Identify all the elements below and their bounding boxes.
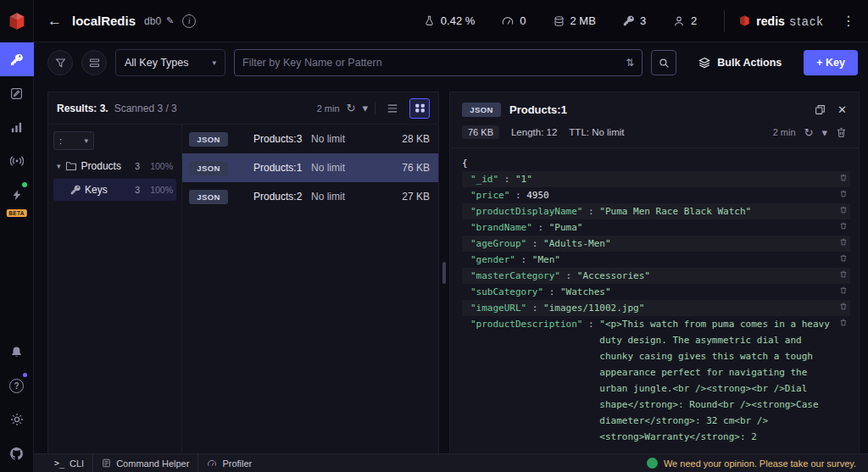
- delete-field-icon[interactable]: [838, 252, 849, 262]
- command-helper-button[interactable]: Command Helper: [92, 454, 198, 472]
- delete-field-icon[interactable]: [838, 203, 849, 214]
- nav-workbench[interactable]: [0, 76, 34, 110]
- delete-field-icon[interactable]: [838, 187, 849, 197]
- delimiter-select[interactable]: : ▾: [53, 131, 94, 150]
- chevron-down-icon: ▾: [84, 136, 88, 145]
- delete-field-icon[interactable]: [838, 300, 849, 310]
- json-key: "gender": [470, 252, 515, 268]
- refresh-options-caret-icon[interactable]: ▾: [362, 103, 368, 114]
- json-key: "subCategory": [470, 284, 543, 300]
- content-area: Results: 3. Scanned 3 / 3 2 min ↻ ▾: [34, 83, 868, 453]
- metric-memory-value: 2 MB: [570, 14, 596, 27]
- delete-field-icon[interactable]: [838, 219, 849, 230]
- json-colon: :: [509, 187, 526, 203]
- github-link[interactable]: [0, 436, 34, 470]
- scan-more-icon[interactable]: ⇅: [626, 57, 634, 69]
- key-search-input[interactable]: [242, 57, 619, 69]
- json-viewer: { "_id" : "1" "price" : 4950 "productDis…: [450, 148, 859, 453]
- json-field-row[interactable]: "brandName" : "Puma": [462, 219, 850, 236]
- cli-button[interactable]: >_ CLI: [46, 454, 92, 472]
- nav-analytics[interactable]: [0, 110, 34, 144]
- details-meta: 76 KB Length: 12 TTL: No limit 2 min ↻ ▾: [450, 122, 859, 148]
- json-field-row[interactable]: "_id" : "1": [462, 171, 850, 187]
- json-field-row[interactable]: "masterCategory" : "Accessories": [462, 268, 850, 284]
- details-meta-actions: 2 min ↻ ▾: [773, 127, 847, 138]
- tree-folder-count: 3: [135, 161, 140, 171]
- metric-commands: 0: [488, 14, 539, 27]
- brand-redis-label: redis: [756, 14, 784, 28]
- json-rows: "_id" : "1" "price" : 4950 "productDispl…: [462, 171, 850, 445]
- json-value: "1": [515, 171, 830, 187]
- metric-keys: 3: [609, 14, 659, 27]
- json-value: "images/11002.jpg": [543, 300, 830, 316]
- analytics-icon: [10, 121, 23, 134]
- nav-pubsub[interactable]: [0, 144, 34, 178]
- json-value: "Accessories": [577, 268, 830, 284]
- json-field-row[interactable]: "price" : 4950: [462, 187, 850, 203]
- tree-leaf-keys[interactable]: Keys 3 100%: [53, 179, 176, 201]
- overflow-menu-icon[interactable]: ⋮: [839, 13, 858, 29]
- search-button[interactable]: [651, 50, 676, 75]
- tree-view-icon: [415, 103, 426, 114]
- refresh-options-caret-icon[interactable]: ▾: [821, 127, 827, 138]
- key-name: Products:1: [235, 162, 304, 174]
- back-button[interactable]: ←: [46, 13, 64, 30]
- delete-field-icon[interactable]: [838, 236, 849, 246]
- json-field-row[interactable]: "ageGroup" : "Adults-Men": [462, 236, 850, 252]
- edit-db-icon[interactable]: ✎: [166, 15, 174, 26]
- list-view-toggle[interactable]: [382, 98, 403, 119]
- delete-field-icon[interactable]: [838, 316, 849, 326]
- refresh-icon[interactable]: ↻: [804, 127, 814, 138]
- json-field-row[interactable]: "subCategory" : "Watches": [462, 284, 850, 300]
- json-field-row[interactable]: "productDisplayName" : "Puma Men Race Bl…: [462, 203, 850, 219]
- delete-field-icon[interactable]: [838, 268, 849, 278]
- tree-folder-products[interactable]: ▾ Products 3 100%: [53, 155, 176, 177]
- nav-triggers-functions[interactable]: BETA: [0, 178, 34, 219]
- delete-field-icon[interactable]: [838, 284, 849, 294]
- json-field-row[interactable]: "imageURL" : "images/11002.jpg": [462, 300, 850, 316]
- refresh-icon[interactable]: ↻: [347, 103, 356, 114]
- nav-notifications[interactable]: [0, 335, 34, 369]
- status-bar: >_ CLI Command Helper Profiler We need y…: [34, 453, 868, 472]
- search-values-button[interactable]: [81, 50, 107, 75]
- json-key: "imageURL": [470, 300, 526, 316]
- panel-resize-handle[interactable]: [439, 92, 449, 453]
- redisinsight-app: BETA ? ← localRedis db0 ✎ i: [0, 0, 868, 472]
- fullscreen-icon[interactable]: [815, 104, 826, 115]
- key-name-title: Products:1: [509, 103, 567, 116]
- key-list-row[interactable]: JSON Products:3 No limit 28 KB: [182, 125, 438, 153]
- browser-header-actions: 2 min ↻ ▾: [317, 98, 430, 119]
- key-icon: [70, 185, 81, 195]
- profiler-icon: [207, 458, 217, 469]
- key-list-row-selected[interactable]: JSON Products:1 No limit 76 KB: [182, 153, 438, 182]
- help-icon: ?: [9, 379, 24, 393]
- info-icon[interactable]: i: [182, 14, 196, 28]
- survey-banner[interactable]: We need your opinion. Please take our su…: [647, 458, 861, 469]
- metric-keys-value: 3: [640, 14, 646, 27]
- nav-settings[interactable]: [0, 403, 34, 436]
- json-key: "productDisplayName": [470, 203, 582, 219]
- key-browser-panel: Results: 3. Scanned 3 / 3 2 min ↻ ▾: [47, 92, 439, 453]
- key-list-row[interactable]: JSON Products:2 No limit 27 KB: [182, 182, 438, 211]
- key-ttl: No limit: [311, 162, 377, 174]
- filter-keys-button[interactable]: [47, 50, 73, 75]
- json-colon: :: [543, 284, 560, 300]
- close-icon[interactable]: ✕: [837, 103, 847, 116]
- tree-keys-percent: 100%: [144, 185, 173, 195]
- delete-field-icon[interactable]: [838, 171, 849, 181]
- metric-commands-value: 0: [520, 14, 526, 27]
- nav-help[interactable]: ?: [0, 369, 34, 403]
- tree-view-toggle[interactable]: [409, 98, 430, 119]
- gear-icon: [10, 413, 24, 426]
- bulk-actions-button[interactable]: Bulk Actions: [698, 57, 782, 69]
- json-field-row[interactable]: "productDescription" : "<p>This watch fr…: [462, 316, 850, 445]
- nav-browser[interactable]: [0, 42, 34, 76]
- key-type-select[interactable]: All Key Types ▾: [115, 49, 225, 76]
- add-key-button[interactable]: + Key: [804, 50, 858, 75]
- json-field-row[interactable]: "gender" : "Men": [462, 252, 850, 268]
- delete-key-icon[interactable]: [836, 127, 847, 138]
- keys-count-icon: [623, 15, 634, 26]
- json-key: "brandName": [470, 219, 532, 236]
- profiler-button[interactable]: Profiler: [198, 454, 260, 472]
- redis-cube-icon: [7, 11, 27, 31]
